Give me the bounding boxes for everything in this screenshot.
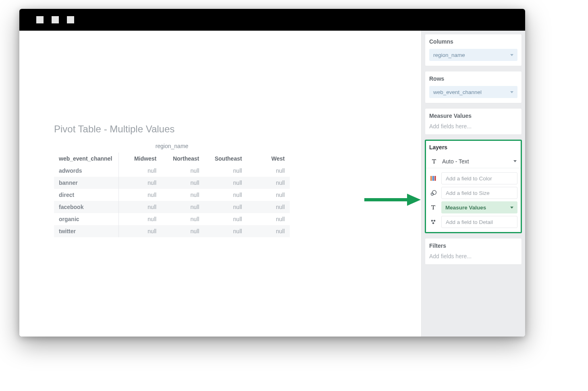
svg-rect-1 [432, 176, 434, 181]
panel-title: Layers [429, 144, 517, 151]
field-label: Measure Values [445, 205, 486, 211]
svg-point-7 [432, 222, 434, 224]
columns-panel: Columns region_name [425, 34, 522, 66]
size-icon [429, 189, 437, 197]
panel-title: Measure Values [429, 113, 517, 119]
layers-panel: Layers Auto - Text [425, 140, 522, 233]
row-label: direct [54, 189, 118, 201]
titlebar-control[interactable] [52, 16, 59, 23]
filters-dropzone[interactable]: Add fields here... [429, 253, 517, 259]
table-row: bannernullnullnullnull [54, 177, 290, 189]
table-row: adwordsnullnullnullnull [54, 165, 290, 177]
svg-point-5 [431, 220, 433, 222]
caret-down-icon [513, 160, 517, 162]
pivot-row-header: web_event_channel [54, 153, 118, 165]
row-label: banner [54, 177, 118, 189]
cell-value: null [161, 213, 204, 225]
caret-down-icon [510, 91, 513, 93]
detail-field-dropzone[interactable]: Add a field to Detail [441, 216, 517, 228]
table-row: organicnullnullnullnull [54, 213, 290, 225]
filters-panel: Filters Add fields here... [425, 238, 522, 265]
text-icon [429, 203, 437, 211]
rows-field-pill[interactable]: web_event_channel [429, 86, 517, 98]
svg-rect-0 [430, 176, 432, 181]
row-label: organic [54, 213, 118, 225]
cell-value: null [161, 177, 204, 189]
cell-value: null [118, 201, 161, 213]
panel-title: Columns [429, 38, 517, 45]
caret-down-icon [510, 54, 513, 56]
cell-value: null [118, 165, 161, 177]
table-row: directnullnullnullnull [54, 189, 290, 201]
placeholder-text: Add a field to Color [446, 176, 492, 182]
layer-type-selector[interactable]: Auto - Text [426, 155, 521, 168]
cell-value: null [247, 165, 289, 177]
window-titlebar [19, 9, 525, 31]
row-label: facebook [54, 201, 118, 213]
pivot-col-header: Midwest [118, 153, 161, 165]
chart-title: Pivot Table - Multiple Values [54, 123, 175, 135]
measure-values-dropzone[interactable]: Add fields here... [429, 123, 517, 130]
content-area: Pivot Table - Multiple Values region_nam… [19, 31, 525, 337]
config-sidebar: Columns region_name Rows web_event_chann… [421, 31, 525, 337]
panel-title: Rows [429, 75, 517, 82]
columns-field-pill[interactable]: region_name [429, 49, 517, 61]
cell-value: null [204, 213, 247, 225]
field-label: web_event_channel [433, 89, 482, 95]
table-row: twitternullnullnullnull [54, 225, 290, 237]
cell-value: null [118, 189, 161, 201]
titlebar-control[interactable] [36, 16, 44, 23]
pivot-col-header: West [247, 153, 289, 165]
pivot-col-header: Northeast [161, 153, 204, 165]
text-type-icon [430, 157, 438, 165]
cell-value: null [161, 189, 204, 201]
panel-title: Filters [429, 243, 517, 249]
cell-value: null [161, 201, 204, 213]
cell-value: null [204, 165, 247, 177]
svg-point-4 [432, 190, 436, 194]
cell-value: null [118, 213, 161, 225]
placeholder-text: Add a field to Size [446, 190, 490, 196]
app-window: Pivot Table - Multiple Values region_nam… [19, 9, 525, 337]
color-icon [429, 174, 437, 182]
field-label: region_name [433, 52, 465, 58]
caret-down-icon [510, 207, 513, 209]
rows-panel: Rows web_event_channel [425, 71, 522, 103]
cell-value: null [204, 189, 247, 201]
svg-rect-2 [434, 176, 436, 181]
cell-value: null [204, 177, 247, 189]
row-label: adwords [54, 165, 118, 177]
cell-value: null [247, 201, 289, 213]
cell-value: null [161, 225, 204, 237]
cell-value: null [161, 165, 204, 177]
cell-value: null [247, 177, 289, 189]
cell-value: null [118, 225, 161, 237]
cell-value: null [204, 201, 247, 213]
detail-icon [429, 218, 437, 226]
cell-value: null [247, 225, 289, 237]
svg-point-6 [434, 220, 436, 222]
text-field-pill[interactable]: Measure Values [441, 201, 517, 213]
pivot-col-header: Southeast [204, 153, 247, 165]
color-field-dropzone[interactable]: Add a field to Color [441, 172, 517, 184]
cell-value: null [247, 189, 289, 201]
visualization-canvas: Pivot Table - Multiple Values region_nam… [19, 31, 421, 337]
cell-value: null [247, 213, 289, 225]
titlebar-control[interactable] [67, 16, 74, 23]
measure-values-panel: Measure Values Add fields here... [425, 108, 522, 135]
cell-value: null [118, 177, 161, 189]
pivot-table: region_name web_event_channel Midwest No… [54, 139, 290, 237]
cell-value: null [204, 225, 247, 237]
layer-type-label: Auto - Text [442, 158, 469, 165]
size-field-dropzone[interactable]: Add a field to Size [441, 187, 517, 199]
placeholder-text: Add a field to Detail [446, 219, 493, 225]
pivot-column-group-header: region_name [54, 139, 290, 153]
table-row: facebooknullnullnullnull [54, 201, 290, 213]
row-label: twitter [54, 225, 118, 237]
